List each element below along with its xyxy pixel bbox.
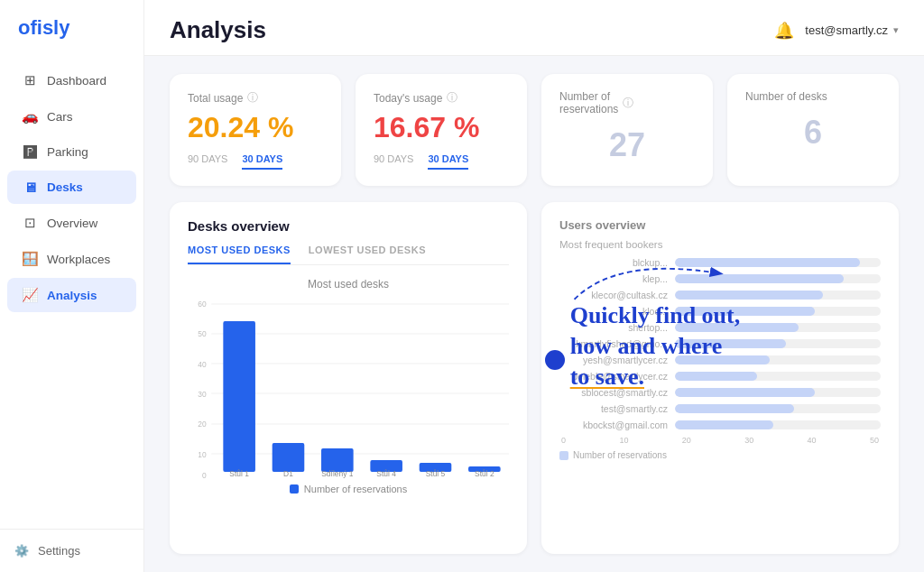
desks-chart-tabs: MOST USED DESKS LOWEST USED DESKS <box>188 244 509 265</box>
info-icon-2: ⓘ <box>447 90 457 106</box>
user-bar-row: deleble@smartlycer.cz <box>559 371 881 382</box>
legend-label: Number of reservations <box>304 484 407 494</box>
user-bar-row: sblocest@smartly.cz <box>559 387 881 398</box>
tab-30days-total[interactable]: 30 DAYS <box>242 153 282 170</box>
user-email: test@smartly.cz <box>805 23 888 37</box>
user-bar-row: kbockst@gmail.com <box>559 420 881 430</box>
users-overview-title: Users overview <box>559 218 881 232</box>
todays-usage-value: 16.67 % <box>374 111 509 144</box>
todays-usage-tabs: 90 DAYS 30 DAYS <box>374 153 509 170</box>
user-menu[interactable]: test@smartly.cz ▾ <box>805 23 899 37</box>
total-usage-value: 20.24 % <box>188 111 323 144</box>
user-bar-fill <box>675 404 794 413</box>
user-email-label: test@smartly.cz <box>559 403 668 414</box>
todays-usage-card: Today's usage ⓘ 16.67 % 90 DAYS 30 DAYS <box>356 74 527 186</box>
total-usage-card: Total usage ⓘ 20.24 % 90 DAYS 30 DAYS <box>170 74 341 186</box>
tab-most-used[interactable]: MOST USED DESKS <box>188 244 291 264</box>
sidebar-item-analysis[interactable]: 📈 Analysis <box>7 278 136 312</box>
user-email-label: deleble@smartlycer.cz <box>559 371 668 382</box>
desks-overview-card: Desks overview MOST USED DESKS LOWEST US… <box>170 202 527 554</box>
content-area: Total usage ⓘ 20.24 % 90 DAYS 30 DAYS To… <box>144 56 924 572</box>
sidebar-label-workplaces: Workplaces <box>47 253 110 266</box>
total-usage-tabs: 90 DAYS 30 DAYS <box>188 153 323 170</box>
user-bar-row: test@smartly.cz <box>559 403 881 414</box>
user-email-label: sblocest@smartly.cz <box>559 387 668 398</box>
sidebar-item-desks[interactable]: 🖥 Desks <box>7 171 136 204</box>
user-bar-fill <box>675 323 799 332</box>
svg-text:Stůl 5: Stůl 5 <box>426 469 446 478</box>
user-bar-row: yesh@smartlycer.cz <box>559 355 881 365</box>
settings-icon: ⚙️ <box>14 544 29 558</box>
user-bar-fill <box>675 372 757 381</box>
tab-lowest-used[interactable]: LOWEST USED DESKS <box>309 244 426 264</box>
user-bar-bg <box>675 388 881 397</box>
header-right: 🔔 test@smartly.cz ▾ <box>774 21 899 41</box>
charts-row: Desks overview MOST USED DESKS LOWEST US… <box>170 202 899 554</box>
user-bar-bg <box>675 404 881 413</box>
workplaces-icon: 🪟 <box>22 251 38 267</box>
desks-count-value: 6 <box>745 108 881 157</box>
user-bar-bg <box>675 258 881 267</box>
svg-text:0: 0 <box>202 471 207 478</box>
sidebar-item-overview[interactable]: ⊡ Overview <box>7 206 136 240</box>
user-email-label: klep... <box>559 273 668 284</box>
sidebar: ofisly ⊞ Dashboard 🚗 Cars 🅿 Parking 🖥 De… <box>0 0 144 572</box>
settings-item[interactable]: ⚙️ Settings <box>14 544 129 558</box>
settings-label: Settings <box>38 544 80 558</box>
user-email-label: shertop... <box>559 322 668 333</box>
bell-icon[interactable]: 🔔 <box>774 21 794 41</box>
svg-text:Stůl 1: Stůl 1 <box>229 469 249 478</box>
user-bar-fill <box>675 388 815 397</box>
sidebar-label-overview: Overview <box>47 217 97 230</box>
user-email-label: kbockst@gmail.com <box>559 420 668 430</box>
cards-row: Total usage ⓘ 20.24 % 90 DAYS 30 DAYS To… <box>170 74 899 186</box>
user-email-label: blckup... <box>559 257 668 268</box>
user-bar-row: shertop... <box>559 322 881 333</box>
user-bar-fill <box>675 258 860 267</box>
sidebar-item-cars[interactable]: 🚗 Cars <box>7 99 136 134</box>
tab-90days-today[interactable]: 90 DAYS <box>374 153 413 170</box>
user-bar-row: kloo... <box>559 306 881 317</box>
desks-chart-title: Desks overview <box>188 218 509 234</box>
svg-text:D1: D1 <box>283 469 293 478</box>
user-email-label: kloo... <box>559 306 668 317</box>
sidebar-item-dashboard[interactable]: ⊞ Dashboard <box>7 63 136 97</box>
tab-90days-total[interactable]: 90 DAYS <box>188 153 227 170</box>
user-bar-row: klep... <box>559 273 881 284</box>
page-title: Analysis <box>170 16 266 44</box>
user-bar-fill <box>675 291 823 300</box>
sidebar-item-workplaces[interactable]: 🪟 Workplaces <box>7 242 136 276</box>
desks-count-label: Number of desks <box>745 90 881 103</box>
user-bar-bg <box>675 372 881 381</box>
svg-text:60: 60 <box>198 300 207 309</box>
sidebar-label-parking: Parking <box>47 145 88 159</box>
user-bar-fill <box>675 420 773 429</box>
bar-chart-area: 60 50 40 30 20 10 0 <box>188 298 509 478</box>
cars-icon: 🚗 <box>22 108 38 125</box>
legend-dot <box>290 484 299 494</box>
reservations-label: Number ofreservations ⓘ <box>559 90 695 115</box>
svg-rect-14 <box>273 443 305 472</box>
header: Analysis 🔔 test@smartly.cz ▾ <box>144 0 924 56</box>
user-bar-bg <box>675 355 881 364</box>
user-email-label: klecor@cultask.cz <box>559 290 668 300</box>
bar-axis: 0 10 20 30 40 50 <box>559 436 881 445</box>
sidebar-label-cars: Cars <box>47 110 73 124</box>
svg-text:50: 50 <box>198 329 207 338</box>
chart-legend: Number of reservations <box>188 484 509 494</box>
freq-bookers-title: Most frequent bookers <box>559 239 881 250</box>
svg-text:Sdílený 1: Sdílený 1 <box>321 469 353 478</box>
total-usage-label: Total usage ⓘ <box>188 90 323 106</box>
logo: ofisly <box>0 0 143 54</box>
svg-text:20: 20 <box>198 420 207 429</box>
user-bar-bg <box>675 307 881 316</box>
user-bar-bg <box>675 291 881 300</box>
sidebar-footer: ⚙️ Settings <box>0 529 143 572</box>
user-bar-fill <box>675 307 815 316</box>
user-bar-bg <box>675 420 881 429</box>
svg-text:Stůl 4: Stůl 4 <box>376 469 396 478</box>
sidebar-item-parking[interactable]: 🅿 Parking <box>7 135 136 169</box>
svg-rect-13 <box>223 321 255 472</box>
tab-30days-today[interactable]: 30 DAYS <box>428 153 468 170</box>
user-bar-fill <box>675 274 844 283</box>
